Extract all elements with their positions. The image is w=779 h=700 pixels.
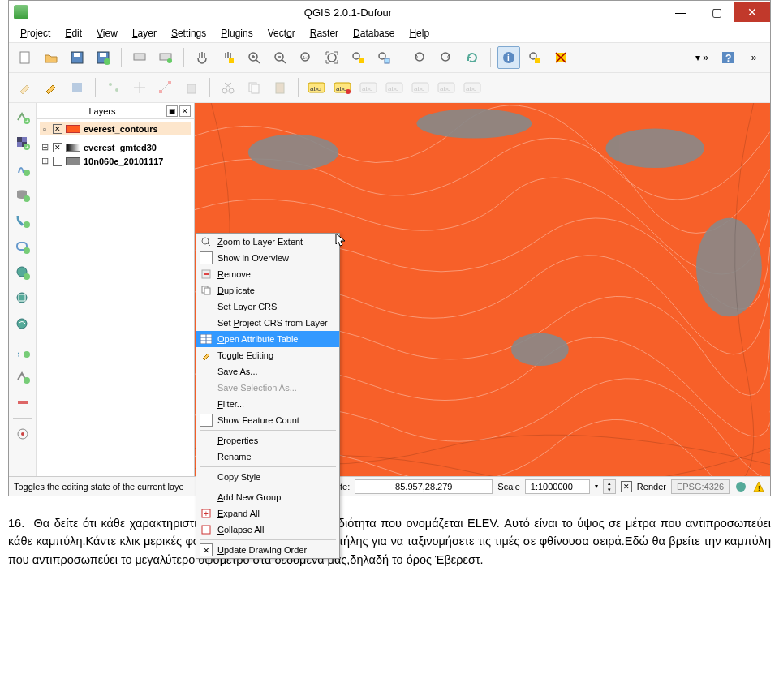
help-icon[interactable]: ? [717, 46, 739, 69]
move-feature-icon[interactable] [128, 76, 151, 99]
add-postgis-icon[interactable] [12, 184, 33, 205]
menu-raster[interactable]: Raster [303, 26, 345, 41]
minimize-button[interactable]: — [663, 2, 699, 22]
current-edits-icon[interactable] [14, 76, 37, 99]
render-checkbox[interactable] [621, 481, 632, 492]
zoom-selection-icon[interactable] [346, 46, 369, 69]
add-feature-icon[interactable] [102, 76, 125, 99]
cm-open-attribute-table[interactable]: Open Attribute Table [196, 331, 339, 347]
node-tool-icon[interactable] [154, 76, 177, 99]
add-raster-icon[interactable]: + [12, 132, 33, 153]
cm-collapse-all[interactable]: -Collapse All [196, 522, 339, 538]
cm-duplicate[interactable]: Duplicate [196, 282, 339, 298]
cm-show-in-overview[interactable]: Show in Overview [196, 250, 339, 266]
zoom-layer-icon[interactable] [372, 46, 395, 69]
deselect-icon[interactable] [549, 46, 572, 69]
coord-value[interactable]: 85.957,28.279 [355, 479, 493, 494]
add-wms-icon[interactable] [12, 262, 33, 283]
cm-filter[interactable]: Filter... [196, 396, 339, 412]
paste-icon[interactable] [269, 76, 291, 99]
new-project-icon[interactable] [14, 46, 37, 69]
pan-icon[interactable] [191, 46, 213, 69]
scale-value[interactable]: 1:1000000 [525, 479, 590, 494]
select-icon[interactable] [523, 46, 546, 69]
cm-update-drawing-order[interactable]: ✕Update Drawing Order [196, 542, 339, 558]
layer-visibility-checkbox[interactable] [53, 124, 62, 134]
menu-view[interactable]: View [90, 26, 124, 41]
cm-properties[interactable]: Properties [196, 432, 339, 449]
add-wfs-icon[interactable] [12, 314, 33, 335]
save-as-project-icon[interactable] [92, 46, 114, 69]
abc-label-change-icon[interactable]: abc [435, 76, 458, 99]
close-button[interactable]: ✕ [734, 2, 770, 22]
expand-icon[interactable]: ⊞ [40, 156, 49, 166]
add-vector-icon[interactable]: + [12, 106, 33, 127]
abc-label-move-icon[interactable]: abc [383, 76, 406, 99]
layer-item-gmted[interactable]: ⊞ everest_gmted30 [40, 140, 191, 154]
add-delimited-icon[interactable]: , [12, 340, 33, 361]
open-project-icon[interactable] [40, 46, 62, 69]
cm-zoom-to-layer[interactable]: Zoom to Layer Extent [196, 234, 339, 250]
composer-manager-icon[interactable] [154, 46, 177, 69]
expand-icon[interactable]: ▫ [40, 124, 49, 134]
zoom-in-icon[interactable] [243, 46, 265, 69]
new-shapefile-icon[interactable] [12, 366, 33, 387]
cm-set-layer-crs[interactable]: Set Layer CRS [196, 298, 339, 315]
cm-toggle-editing[interactable]: Toggle Editing [196, 347, 339, 363]
menu-plugins[interactable]: Plugins [214, 26, 259, 41]
abc-label-rotate-icon[interactable]: abc [409, 76, 432, 99]
toggle-editing-icon[interactable] [40, 76, 62, 99]
abc-label-pin-icon[interactable]: abc [331, 76, 354, 99]
delete-selected-icon[interactable] [180, 76, 203, 99]
scale-spinner[interactable]: ▴▾ [603, 479, 616, 494]
layer-item-10n060e[interactable]: ⊞ 10n060e_20101117 [40, 154, 191, 168]
menu-edit[interactable]: Edit [58, 26, 88, 41]
add-spatialite-icon[interactable] [12, 158, 33, 179]
abc-label-icon[interactable]: abc [305, 76, 328, 99]
menu-project[interactable]: Project [14, 26, 57, 41]
pan-to-selection-icon[interactable] [217, 46, 239, 69]
layer-visibility-checkbox[interactable] [53, 157, 62, 166]
zoom-native-icon[interactable]: 1:1 [295, 46, 317, 69]
layer-visibility-checkbox[interactable] [53, 143, 62, 152]
menu-layer[interactable]: Layer [126, 26, 163, 41]
menu-settings[interactable]: Settings [165, 26, 213, 41]
cm-remove[interactable]: Remove [196, 266, 339, 282]
zoom-out-icon[interactable] [269, 46, 291, 69]
remove-layer-icon[interactable] [12, 392, 33, 413]
messages-icon[interactable]: ! [752, 480, 765, 493]
panel-float-icon[interactable]: ▣ [166, 105, 178, 117]
gps-icon[interactable] [12, 423, 33, 444]
cm-show-feature-count[interactable]: Show Feature Count [196, 412, 339, 428]
save-edits-icon[interactable] [66, 76, 88, 99]
abc-label-highlight-icon[interactable]: abc [357, 76, 380, 99]
cm-add-new-group[interactable]: Add New Group [196, 489, 339, 505]
refresh-icon[interactable] [461, 46, 484, 69]
abc-label-hide-icon[interactable]: abc [461, 76, 484, 99]
print-composer-icon[interactable] [128, 46, 151, 69]
layers-panel-header[interactable]: Layers ▣ ✕ [37, 103, 194, 119]
panel-close-icon[interactable]: ✕ [179, 105, 191, 117]
cm-set-project-crs[interactable]: Set Project CRS from Layer [196, 315, 339, 331]
layer-item-contours[interactable]: ▫ everest_contours [40, 122, 191, 135]
menu-help[interactable]: Help [402, 26, 436, 41]
toolbar-overflow-1[interactable]: ▾ » [691, 46, 713, 69]
zoom-last-icon[interactable] [409, 46, 432, 69]
cm-rename[interactable]: Rename [196, 449, 339, 465]
menu-database[interactable]: Database [346, 26, 401, 41]
zoom-next-icon[interactable] [435, 46, 458, 69]
zoom-full-icon[interactable] [321, 46, 343, 69]
cm-copy-style[interactable]: Copy Style [196, 469, 339, 485]
crs-status-icon[interactable] [734, 480, 747, 493]
add-oracle-icon[interactable] [12, 236, 33, 257]
save-project-icon[interactable] [66, 46, 88, 69]
add-wcs-icon[interactable] [12, 288, 33, 309]
identify-icon[interactable]: i [497, 46, 520, 69]
add-mssql-icon[interactable] [12, 210, 33, 231]
cm-save-as[interactable]: Save As... [196, 363, 339, 380]
toolbar-overflow-2[interactable]: » [742, 46, 765, 69]
expand-icon[interactable]: ⊞ [40, 142, 49, 152]
cut-icon[interactable] [217, 76, 239, 99]
maximize-button[interactable]: ▢ [699, 2, 734, 22]
cm-expand-all[interactable]: +Expand All [196, 505, 339, 522]
